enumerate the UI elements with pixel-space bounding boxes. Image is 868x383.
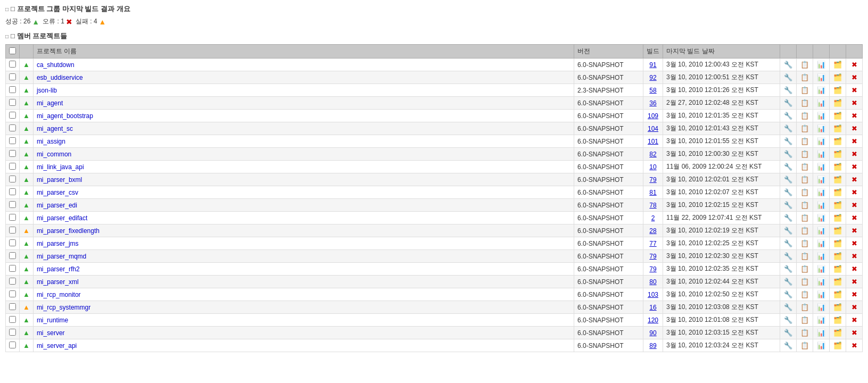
project-name-link[interactable]: mi_parser_bxml xyxy=(37,176,82,184)
chart-icon[interactable]: 📊 xyxy=(817,201,825,210)
config-icon[interactable]: 🗂️ xyxy=(833,112,842,120)
build-number-link[interactable]: 79 xyxy=(649,176,656,184)
project-name-link[interactable]: mi_parser_edifact xyxy=(37,214,87,222)
history-icon[interactable]: 📋 xyxy=(800,137,809,146)
config-icon[interactable]: 🗂️ xyxy=(833,99,842,107)
chart-icon[interactable]: 📊 xyxy=(817,239,825,248)
run-icon[interactable]: 🔧 xyxy=(784,316,792,324)
chart-icon[interactable]: 📊 xyxy=(817,112,825,120)
config-icon[interactable]: 🗂️ xyxy=(833,290,842,299)
delete-icon[interactable]: ✖ xyxy=(850,73,858,82)
history-icon[interactable]: 📋 xyxy=(800,112,809,120)
history-icon[interactable]: 📋 xyxy=(800,124,809,133)
run-icon[interactable]: 🔧 xyxy=(784,201,792,210)
run-icon[interactable]: 🔧 xyxy=(784,73,792,82)
row-checkbox[interactable] xyxy=(9,278,16,285)
delete-icon[interactable]: ✖ xyxy=(850,214,858,222)
history-icon[interactable]: 📋 xyxy=(800,188,809,197)
chart-icon[interactable]: 📊 xyxy=(817,252,825,261)
chart-icon[interactable]: 📊 xyxy=(817,61,825,69)
run-icon[interactable]: 🔧 xyxy=(784,61,792,69)
chart-icon[interactable]: 📊 xyxy=(817,99,825,107)
history-icon[interactable]: 📋 xyxy=(800,278,809,286)
chart-icon[interactable]: 📊 xyxy=(817,278,825,286)
row-checkbox[interactable] xyxy=(9,124,16,131)
run-icon[interactable]: 🔧 xyxy=(784,329,792,337)
config-icon[interactable]: 🗂️ xyxy=(833,316,842,324)
row-checkbox[interactable] xyxy=(9,61,16,68)
project-name-link[interactable]: mi_server xyxy=(37,329,65,337)
run-icon[interactable]: 🔧 xyxy=(784,124,792,133)
config-icon[interactable]: 🗂️ xyxy=(833,342,842,350)
row-checkbox[interactable] xyxy=(9,99,16,106)
delete-icon[interactable]: ✖ xyxy=(850,342,858,350)
build-number-link[interactable]: 90 xyxy=(649,329,656,337)
history-icon[interactable]: 📋 xyxy=(800,239,809,248)
config-icon[interactable]: 🗂️ xyxy=(833,163,842,171)
chart-icon[interactable]: 📊 xyxy=(817,214,825,222)
build-number-link[interactable]: 120 xyxy=(648,317,658,324)
run-icon[interactable]: 🔧 xyxy=(784,239,792,248)
history-icon[interactable]: 📋 xyxy=(800,61,809,69)
config-icon[interactable]: 🗂️ xyxy=(833,86,842,95)
project-name-link[interactable]: esb_uddiservice xyxy=(37,74,83,81)
run-icon[interactable]: 🔧 xyxy=(784,176,792,184)
build-number-link[interactable]: 81 xyxy=(649,189,656,196)
delete-icon[interactable]: ✖ xyxy=(850,265,858,273)
chart-icon[interactable]: 📊 xyxy=(817,137,825,146)
project-name-link[interactable]: mi_link_java_api xyxy=(37,163,84,171)
row-checkbox[interactable] xyxy=(9,239,16,246)
delete-icon[interactable]: ✖ xyxy=(850,124,858,133)
row-checkbox[interactable] xyxy=(9,342,16,348)
config-icon[interactable]: 🗂️ xyxy=(833,201,842,210)
build-number-link[interactable]: 103 xyxy=(648,291,658,298)
row-checkbox[interactable] xyxy=(9,150,16,157)
run-icon[interactable]: 🔧 xyxy=(784,214,792,222)
row-checkbox[interactable] xyxy=(9,290,16,297)
history-icon[interactable]: 📋 xyxy=(800,214,809,222)
chart-icon[interactable]: 📊 xyxy=(817,316,825,324)
project-name-link[interactable]: mi_parser_csv xyxy=(37,189,78,196)
row-checkbox[interactable] xyxy=(9,112,16,119)
row-checkbox[interactable] xyxy=(9,188,16,195)
build-number-link[interactable]: 28 xyxy=(649,227,656,235)
build-number-link[interactable]: 10 xyxy=(649,163,656,171)
config-icon[interactable]: 🗂️ xyxy=(833,176,842,184)
config-icon[interactable]: 🗂️ xyxy=(833,252,842,261)
project-name-link[interactable]: mi_assign xyxy=(37,138,65,145)
run-icon[interactable]: 🔧 xyxy=(784,188,792,197)
project-name-link[interactable]: mi_server_api xyxy=(37,342,77,349)
history-icon[interactable]: 📋 xyxy=(800,201,809,210)
row-checkbox[interactable] xyxy=(9,227,16,234)
row-checkbox[interactable] xyxy=(9,303,16,310)
project-name-link[interactable]: mi_agent_bootstrap xyxy=(37,112,93,120)
delete-icon[interactable]: ✖ xyxy=(850,188,858,197)
history-icon[interactable]: 📋 xyxy=(800,342,809,350)
chart-icon[interactable]: 📊 xyxy=(817,290,825,299)
build-number-link[interactable]: 89 xyxy=(649,342,656,349)
delete-icon[interactable]: ✖ xyxy=(850,316,858,324)
chart-icon[interactable]: 📊 xyxy=(817,265,825,273)
project-name-link[interactable]: mi_parser_fixedlength xyxy=(37,227,100,235)
row-checkbox[interactable] xyxy=(9,86,16,93)
delete-icon[interactable]: ✖ xyxy=(850,303,858,312)
history-icon[interactable]: 📋 xyxy=(800,99,809,107)
chart-icon[interactable]: 📊 xyxy=(817,188,825,197)
run-icon[interactable]: 🔧 xyxy=(784,265,792,273)
project-name-link[interactable]: mi_rcp_monitor xyxy=(37,291,81,298)
delete-icon[interactable]: ✖ xyxy=(850,201,858,210)
chart-icon[interactable]: 📊 xyxy=(817,329,825,337)
config-icon[interactable]: 🗂️ xyxy=(833,137,842,146)
config-icon[interactable]: 🗂️ xyxy=(833,214,842,222)
build-number-link[interactable]: 36 xyxy=(649,99,656,107)
config-icon[interactable]: 🗂️ xyxy=(833,73,842,82)
chart-icon[interactable]: 📊 xyxy=(817,150,825,159)
row-checkbox[interactable] xyxy=(9,201,16,208)
project-name-link[interactable]: ca_shutdown xyxy=(37,61,75,69)
delete-icon[interactable]: ✖ xyxy=(850,176,858,184)
build-number-link[interactable]: 91 xyxy=(649,61,656,69)
chart-icon[interactable]: 📊 xyxy=(817,73,825,82)
history-icon[interactable]: 📋 xyxy=(800,150,809,159)
project-name-link[interactable]: mi_parser_jms xyxy=(37,240,79,247)
row-checkbox[interactable] xyxy=(9,316,16,323)
